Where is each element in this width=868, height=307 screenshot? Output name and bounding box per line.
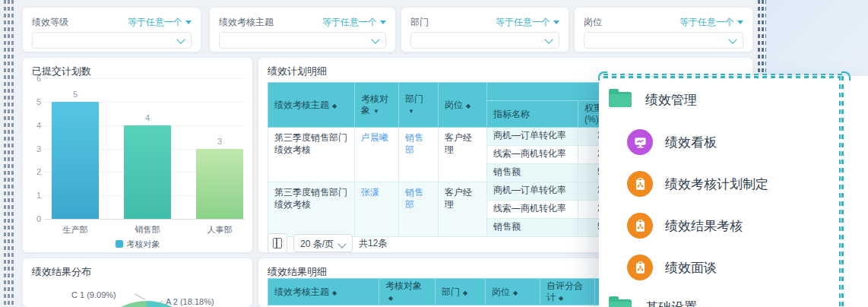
bar-value-label: 4 [132, 113, 163, 122]
col-header-self-score[interactable]: 自评分合计◆ [540, 279, 595, 305]
menu-item-interview[interactable]: 绩效面谈 [599, 251, 868, 284]
chevron-down-icon [553, 21, 559, 24]
menu-item-label: 绩效看板 [665, 134, 717, 151]
page-size-select[interactable]: 20 条/页 [293, 234, 353, 252]
x-axis-label: 销售部 [117, 224, 178, 236]
menu-item-label: 绩效面谈 [665, 259, 717, 277]
selection-dashed-border-left [4, 0, 14, 307]
cell-target-link[interactable]: 卢晨曦 [355, 128, 399, 182]
menu-item-label: 基础设置 [645, 299, 697, 307]
filter-card-topic: 绩效考核主题 等于任意一个 [210, 8, 395, 52]
y-axis-tick: 2 [23, 167, 41, 176]
sort-icon[interactable]: ◆ [332, 103, 337, 109]
pagination-layout-icon[interactable] [268, 233, 287, 252]
popup-dashed-border-top [603, 74, 844, 78]
bar [52, 102, 99, 219]
filter-label: 岗位 [584, 16, 602, 29]
filter-operator-link[interactable]: 等于任意一个 [128, 16, 192, 29]
filter-select[interactable] [410, 32, 559, 49]
cell-dept-link[interactable]: 销售部 [399, 128, 439, 182]
clipboard-icon [627, 255, 653, 280]
sort-icon[interactable]: ◆ [513, 290, 518, 296]
chevron-down-icon [176, 35, 185, 43]
pie-connector-line [135, 293, 146, 299]
y-axis-tick: 6 [23, 74, 41, 83]
chevron-down-icon [185, 21, 192, 24]
filter-caret-icon[interactable]: ▼ [373, 108, 379, 115]
col-header-topic[interactable]: 绩效考核主题◆ [268, 279, 379, 305]
filter-label: 绩效等级 [32, 16, 68, 29]
bar [124, 125, 171, 219]
filter-operator-link[interactable]: 等于任意一个 [496, 16, 559, 29]
chevron-down-icon [728, 35, 737, 43]
cell-metric: 销售额 [487, 164, 578, 182]
chevron-down-icon [380, 21, 386, 24]
filter-label: 部门 [410, 16, 429, 29]
cell-target-link[interactable]: 张潇 [355, 182, 399, 237]
legend-label: 考核对象 [127, 239, 160, 248]
chevron-down-icon [737, 21, 743, 24]
dashboard-icon [627, 129, 653, 155]
menu-item-performance-management[interactable]: 绩效管理 [599, 83, 868, 116]
cell-dept-link[interactable]: 销售部 [399, 182, 439, 237]
col-header-target[interactable]: 考核对象▼ [355, 83, 399, 128]
bar-value-label: 5 [60, 90, 90, 99]
filter-card-position: 岗位 等于任意一个 [575, 8, 752, 52]
cell-metric: 线索—商机转化率 [487, 201, 578, 219]
filter-label: 绩效考核主题 [219, 16, 274, 29]
pie-chart-card: 绩效结果分布 C 1 (9.09%) A 2 (18.18%) [23, 258, 252, 307]
sort-icon[interactable]: ◆ [466, 103, 470, 109]
sort-icon[interactable]: ◆ [332, 290, 337, 296]
pie-label-a: A 2 (18.18%) [166, 297, 214, 306]
filter-select[interactable] [32, 32, 192, 49]
y-axis-tick: 3 [23, 144, 41, 154]
sort-icon[interactable]: ◆ [463, 290, 467, 296]
x-axis-label: 人事部 [189, 224, 250, 236]
table-title: 绩效计划明细 [268, 65, 327, 78]
legend-swatch [116, 240, 123, 248]
bar-chart-card: 已提交计划数 考核对象 01234565生产部4销售部3人事部 [23, 58, 252, 252]
col-header-dept[interactable]: 部门▼ [399, 83, 439, 128]
filter-caret-icon[interactable]: ▼ [408, 108, 414, 115]
cell-metric: 商机—订单转化率 [487, 182, 578, 201]
menu-item-label: 绩效结果考核 [665, 217, 743, 235]
menu-item-basic-settings[interactable]: 基础设置 [599, 290, 868, 307]
folder-icon [609, 299, 632, 307]
table-title: 绩效结果明细 [268, 265, 327, 279]
total-count: 共12条 [359, 237, 387, 250]
bar [196, 149, 243, 220]
cell-position: 客户经理 [439, 128, 487, 182]
menu-item-label: 绩效管理 [645, 91, 697, 109]
cell-position: 客户经理 [439, 182, 487, 237]
col-header-dept[interactable]: 部门◆ [436, 279, 486, 305]
folder-icon [609, 92, 632, 107]
filter-operator-link[interactable]: 等于任意一个 [322, 16, 386, 29]
filter-select[interactable] [219, 32, 386, 49]
cell-metric: 商机—订单转化率 [487, 128, 578, 146]
col-header-target[interactable]: 考核对象◆ [379, 279, 436, 305]
menu-item-result-assessment[interactable]: 绩效结果考核 [599, 209, 868, 242]
col-header-topic[interactable]: 绩效考核主题◆ [268, 83, 355, 128]
y-axis-tick: 4 [23, 121, 41, 130]
filter-select[interactable] [584, 32, 743, 49]
filter-operator-link[interactable]: 等于任意一个 [680, 16, 743, 29]
filter-card-grade: 绩效等级 等于任意一个 [23, 8, 201, 52]
col-header-position[interactable]: 岗位◆ [439, 83, 487, 128]
y-axis-tick: 5 [23, 97, 41, 106]
clipboard-icon [627, 171, 653, 197]
cell-metric: 销售额 [487, 219, 578, 237]
sort-icon[interactable]: ◆ [388, 295, 393, 302]
cell-topic: 第三季度销售部门绩效考核 [268, 182, 355, 237]
gridline [44, 219, 245, 220]
y-axis-tick: 0 [23, 214, 41, 223]
chart-legend[interactable]: 考核对象 [23, 239, 252, 250]
sort-icon[interactable]: ◆ [559, 295, 563, 302]
menu-item-plan-creation[interactable]: 绩效考核计划制定 [599, 167, 868, 201]
menu-item-label: 绩效考核计划制定 [665, 176, 768, 193]
bar-value-label: 3 [204, 137, 235, 146]
menu-item-performance-board[interactable]: 绩效看板 [599, 125, 868, 159]
col-header-position[interactable]: 岗位◆ [486, 279, 540, 305]
gridline [44, 78, 245, 79]
filter-card-dept: 部门 等于任意一个 [401, 8, 569, 52]
col-header-metric: 指标名称 [487, 101, 578, 128]
